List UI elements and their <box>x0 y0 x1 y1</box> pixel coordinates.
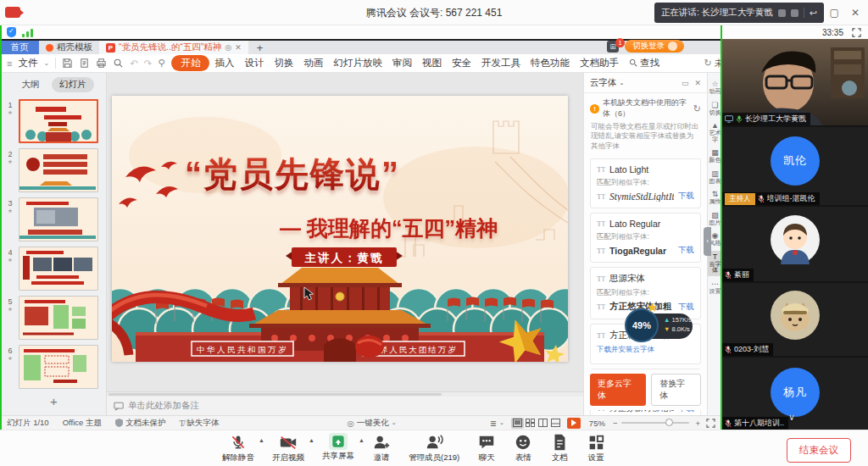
download-link[interactable]: 下载 <box>678 245 694 256</box>
horizontal-scrollbar[interactable] <box>107 392 583 397</box>
participant-tile[interactable]: 綦丽 <box>722 207 868 281</box>
tab-document[interactable]: P “党员先锋说..的“五四”精神 ◎ ✕ <box>99 41 248 54</box>
missing-font-status[interactable]: T̸ 缺失字体 <box>172 418 225 429</box>
slide-thumbnail-3[interactable] <box>19 197 98 241</box>
notes-placeholder[interactable]: 单击此处添加备注 <box>128 400 199 412</box>
slide-thumbnail-4[interactable] <box>19 247 98 291</box>
hamburger-icon[interactable]: ≡ <box>7 58 12 69</box>
sorter-view-button[interactable] <box>524 418 537 429</box>
slide-thumbnail-2[interactable] <box>19 148 98 192</box>
network-speed-overlay[interactable]: ▲ 157K/s ▼ 8.0K/s 49% ★ <box>625 303 701 346</box>
tab-docer[interactable]: 稻壳模板 <box>39 41 99 54</box>
install-cloud-font-link[interactable]: 下载并安装云字体 <box>597 345 694 355</box>
add-slide-button[interactable]: + <box>2 394 106 408</box>
panel-close-icon[interactable]: ✕ <box>694 79 701 87</box>
menu-devtools[interactable]: 开发工具 <box>476 57 526 69</box>
save-icon[interactable] <box>62 58 73 69</box>
zoom-slider[interactable] <box>621 422 689 424</box>
slide[interactable]: “党员先锋说” — 我理解的“五四”精神 主讲人：黄戬 <box>112 96 568 362</box>
menu-slideshow[interactable]: 幻灯片放映 <box>328 57 387 69</box>
menu-file[interactable]: 文件 <box>18 57 37 69</box>
tab-close-icon[interactable]: ✕ <box>235 43 242 52</box>
redo-icon[interactable]: ↷ <box>144 58 153 69</box>
back-arrow-icon[interactable]: ↩ <box>810 8 817 19</box>
close-window-icon[interactable]: ✕ <box>851 7 860 19</box>
login-switch-button[interactable]: 切换登录 <box>625 40 684 53</box>
menu-features[interactable]: 特色功能 <box>526 57 575 69</box>
menu-security[interactable]: 安全 <box>447 57 476 69</box>
settings-button[interactable]: 设置 <box>587 433 605 463</box>
cloud-font-panel: 云字体 ⌄ ▭ ✕ ! 本机缺失文档中使用的字体（6） ↻ 可能会导致文档在显示… <box>583 73 707 415</box>
menu-design[interactable]: 设计 <box>239 57 269 69</box>
file-caret-icon[interactable]: ⌄ <box>43 59 49 67</box>
print-icon[interactable] <box>96 58 107 69</box>
thumb2-art <box>19 149 96 190</box>
menu-review[interactable]: 审阅 <box>387 57 417 69</box>
notes-toggle[interactable]: ≣⌄ <box>483 419 511 428</box>
format-painter-icon[interactable]: ⚲ <box>158 58 164 69</box>
tab-slides[interactable]: 幻灯片 <box>52 77 94 92</box>
slide-thumbnail-6[interactable] <box>19 345 98 389</box>
manage-members-button[interactable]: 管理成员(219) <box>409 433 459 463</box>
emoji-button[interactable]: 表情 <box>514 433 532 463</box>
slideshow-play-button[interactable] <box>567 418 581 429</box>
refresh-icon[interactable]: ↻ <box>693 103 701 114</box>
chat-button[interactable]: 聊天 <box>477 433 496 463</box>
share-screen-button[interactable]: 共享屏幕 ▲ <box>322 433 354 463</box>
new-tab-button[interactable]: + <box>248 41 272 54</box>
participant-video-tile[interactable]: 长沙理工大学黄戬 <box>722 39 868 125</box>
share-options-caret[interactable]: ▲ <box>359 437 364 443</box>
documents-button[interactable]: 文档 <box>550 433 569 463</box>
zoom-level[interactable]: 75% <box>589 419 605 428</box>
undo-icon[interactable]: ↶ <box>130 58 138 69</box>
participant-tile[interactable]: 0203-刘慧 <box>722 283 868 356</box>
panel-comment-icon[interactable]: ▭ <box>682 79 689 87</box>
restore-window-icon[interactable]: ▢ <box>830 7 839 19</box>
zoom-slider-thumb[interactable] <box>665 419 673 426</box>
export-icon[interactable] <box>79 58 90 69</box>
menu-animation[interactable]: 动画 <box>298 57 328 69</box>
beautify-icon: ◎ <box>348 419 354 428</box>
expand-icon[interactable] <box>852 28 861 37</box>
menu-insert[interactable]: 插入 <box>209 57 239 69</box>
tab-home[interactable]: 首页 <box>0 41 39 54</box>
download-link[interactable]: 下载 <box>678 191 694 202</box>
start-video-button[interactable]: 开启视频 ▲ <box>272 433 304 463</box>
menu-view[interactable]: 视图 <box>417 57 447 69</box>
slide-thumbnail-5[interactable] <box>19 296 98 340</box>
collapse-list-chevron[interactable]: ∨ <box>788 412 795 423</box>
end-meeting-button[interactable]: 结束会议 <box>787 438 851 463</box>
invite-button[interactable]: 邀请 <box>372 433 391 463</box>
slide-artwork: “党员先锋说” — 我理解的“五四”精神 主讲人：黄戬 <box>112 96 568 362</box>
menu-start[interactable]: 开始 <box>171 55 209 71</box>
tab-outline[interactable]: 大纲 <box>14 77 47 92</box>
participant-name: 长沙理工大学黄戬 <box>745 114 806 125</box>
mic-options-caret[interactable]: ▲ <box>259 437 264 443</box>
unmute-button[interactable]: 解除静音 ▲ <box>222 433 254 463</box>
audio-device-icon[interactable] <box>778 9 786 17</box>
beautify-button[interactable]: ◎ 一键美化 ⌄ <box>341 418 403 429</box>
zoom-out-button[interactable]: − <box>613 419 618 428</box>
slide-thumbnail-1[interactable] <box>19 99 98 143</box>
preview-icon[interactable] <box>113 58 124 69</box>
slide-canvas[interactable]: “党员先锋说” — 我理解的“五四”精神 主讲人：黄戬 <box>107 73 583 391</box>
video-device-icon[interactable] <box>791 9 798 17</box>
fullscreen-icon[interactable] <box>706 419 715 428</box>
zoom-in-button[interactable]: + <box>695 419 700 428</box>
panel-expand-handle[interactable]: › <box>704 227 711 256</box>
panel-caret-icon[interactable]: ⌄ <box>620 80 625 86</box>
more-cloud-fonts-button[interactable]: 更多云字体 <box>590 374 646 406</box>
protection-status[interactable]: 文档未保护 <box>108 418 173 429</box>
menu-find[interactable]: 查找 <box>624 57 665 69</box>
notes-area[interactable]: 单击此处添加备注 <box>107 391 583 415</box>
theme-indicator[interactable]: Office 主题 <box>56 418 108 429</box>
notes-view-button[interactable] <box>549 418 562 429</box>
video-options-caret[interactable]: ▲ <box>309 437 314 443</box>
participant-tile[interactable]: 凯伦 主持人 培训组-湛凯伦 <box>722 127 868 205</box>
menu-assistant[interactable]: 文档助手 <box>575 57 624 69</box>
menu-transition[interactable]: 切换 <box>269 57 298 69</box>
reading-view-button[interactable] <box>537 418 549 429</box>
replace-font-button[interactable]: 替换字体 <box>651 374 701 406</box>
tab-pin-icon[interactable]: ◎ <box>225 43 231 52</box>
normal-view-button[interactable] <box>511 418 524 429</box>
